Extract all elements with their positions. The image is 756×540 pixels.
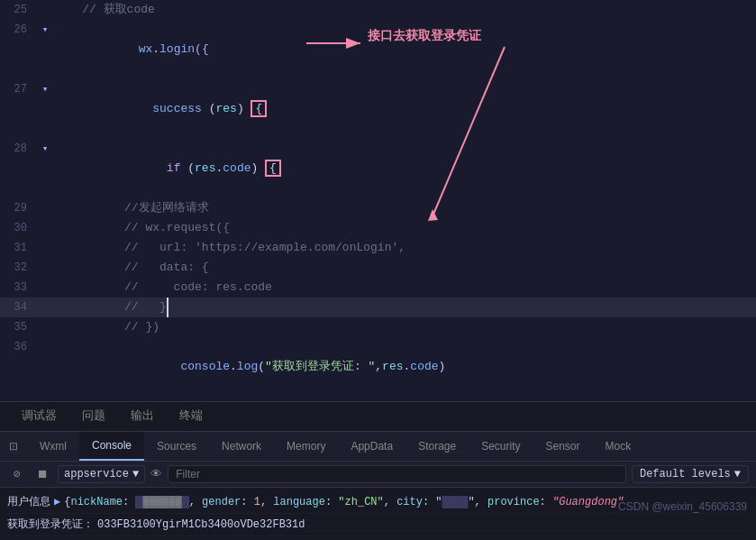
code-line-34: 34 // } xyxy=(0,297,756,317)
line-content-27: success (res) { xyxy=(54,79,756,139)
line-num-27: 27 xyxy=(0,79,36,99)
line-content-28: if (res.code) { xyxy=(54,139,756,198)
line-content-34: // } xyxy=(54,297,756,317)
line-content-37: } else { xyxy=(54,397,756,401)
code-line-37: 37 ▾ } else { xyxy=(0,397,756,401)
filter-input[interactable] xyxy=(168,465,626,483)
line-content-36: console.log("获取到登录凭证: ",res.code) xyxy=(54,337,756,397)
code-line-26: 26 ▾ wx.login({ xyxy=(0,20,756,79)
code-line-31: 31 // url: 'https://example.com/onLogin'… xyxy=(0,238,756,258)
obj-expand-arrow[interactable]: ▶ xyxy=(54,493,60,511)
line-arrow-37: ▾ xyxy=(36,397,54,401)
line-num-33: 33 xyxy=(0,278,36,297)
line-arrow-27: ▾ xyxy=(36,79,54,99)
tab-mock[interactable]: Mock xyxy=(593,433,644,460)
code-line-27: 27 ▾ success (res) { xyxy=(0,79,756,139)
code-line-25: 25 // 获取code xyxy=(0,0,756,20)
tab-network[interactable]: Network xyxy=(209,433,274,460)
code-line-32: 32 // data: { xyxy=(0,258,756,278)
default-levels-arrow: ▼ xyxy=(734,468,741,481)
line-num-32: 32 xyxy=(0,258,36,278)
code-line-30: 30 // wx.request({ xyxy=(0,218,756,238)
line-arrow-28: ▾ xyxy=(36,139,54,159)
line-content-26: wx.login({ xyxy=(54,20,756,79)
tab-storage[interactable]: Storage xyxy=(405,433,469,460)
service-selector[interactable]: appservice ▼ xyxy=(58,465,145,483)
tab-sensor[interactable]: Sensor xyxy=(533,433,593,460)
line-content-25: // 获取code xyxy=(54,0,756,20)
line-num-29: 29 xyxy=(0,198,36,218)
line-num-26: 26 xyxy=(0,20,36,40)
line-content-31: // url: 'https://example.com/onLogin', xyxy=(54,238,756,258)
code-line-28: 28 ▾ if (res.code) { xyxy=(0,139,756,198)
line-content-30: // wx.request({ xyxy=(54,218,756,238)
tab-terminal[interactable]: 终端 xyxy=(167,402,215,431)
line-content-35: // }) xyxy=(54,317,756,337)
devtools-top-tabs: 调试器 问题 输出 终端 xyxy=(0,402,756,432)
credential-label: 获取到登录凭证： xyxy=(7,516,94,534)
line-num-30: 30 xyxy=(0,218,36,238)
service-dropdown-arrow: ▼ xyxy=(132,468,139,481)
clear-console-button[interactable]: ⊘ xyxy=(7,464,27,484)
stop-icon[interactable]: ⏹ xyxy=(32,464,52,484)
code-line-33: 33 // code: res.code xyxy=(0,278,756,297)
code-line-29: 29 //发起网络请求 xyxy=(0,198,756,218)
line-num-25: 25 xyxy=(0,0,36,20)
userinfo-label: 用户信息 xyxy=(7,493,50,511)
console-line-credential: 获取到登录凭证： 033FB3100YgirM1Cb3400oVDe32FB31… xyxy=(7,514,749,536)
tab-security[interactable]: Security xyxy=(469,433,533,460)
console-toolbar: ⊘ ⏹ appservice ▼ 👁 Default levels ▼ xyxy=(0,462,756,488)
tab-output[interactable]: 输出 xyxy=(118,402,167,431)
line-content-33: // code: res.code xyxy=(54,278,756,297)
line-content-32: // data: { xyxy=(54,258,756,278)
default-levels-button[interactable]: Default levels ▼ xyxy=(632,465,749,483)
code-editor: 25 // 获取code 26 ▾ wx.login({ 27 ▾ succes… xyxy=(0,0,756,401)
line-num-36: 36 xyxy=(0,337,36,357)
code-lines: 25 // 获取code 26 ▾ wx.login({ 27 ▾ succes… xyxy=(0,0,756,401)
tab-cursor-icon[interactable]: ⊡ xyxy=(0,433,27,460)
eye-icon[interactable]: 👁 xyxy=(150,468,162,481)
code-line-36: 36 console.log("获取到登录凭证: ",res.code) xyxy=(0,337,756,397)
tab-appdata[interactable]: AppData xyxy=(338,433,405,460)
code-line-35: 35 // }) xyxy=(0,317,756,337)
line-arrow-26: ▾ xyxy=(36,20,54,40)
default-levels-label: Default levels xyxy=(640,468,731,481)
tab-console[interactable]: Console xyxy=(79,432,144,461)
devtools-bottom-tabs: ⊡ Wxml Console Sources Network Memory Ap… xyxy=(0,432,756,462)
tab-issues[interactable]: 问题 xyxy=(69,402,118,431)
csdn-watermark: CSDN @weixin_45606339 xyxy=(618,500,747,513)
line-content-29: //发起网络请求 xyxy=(54,198,756,218)
line-num-31: 31 xyxy=(0,238,36,258)
tab-memory[interactable]: Memory xyxy=(274,433,338,460)
userinfo-content: {nickName: ▓▓▓▓▓▓, gender: 1, language: … xyxy=(64,493,624,511)
line-num-37: 37 xyxy=(0,397,36,401)
tab-wxml[interactable]: Wxml xyxy=(27,433,79,460)
console-output: 用户信息 ▶ {nickName: ▓▓▓▓▓▓, gender: 1, lan… xyxy=(0,488,756,540)
tab-sources[interactable]: Sources xyxy=(144,433,209,460)
devtools-panel: 调试器 问题 输出 终端 ⊡ Wxml Console Sources Netw… xyxy=(0,401,756,540)
credential-value: 033FB3100YgirM1Cb3400oVDe32FB31d xyxy=(97,516,305,534)
line-num-28: 28 xyxy=(0,139,36,159)
tab-debugger[interactable]: 调试器 xyxy=(9,402,69,431)
service-name: appservice xyxy=(64,468,129,481)
line-num-35: 35 xyxy=(0,317,36,337)
line-num-34: 34 xyxy=(0,297,36,317)
